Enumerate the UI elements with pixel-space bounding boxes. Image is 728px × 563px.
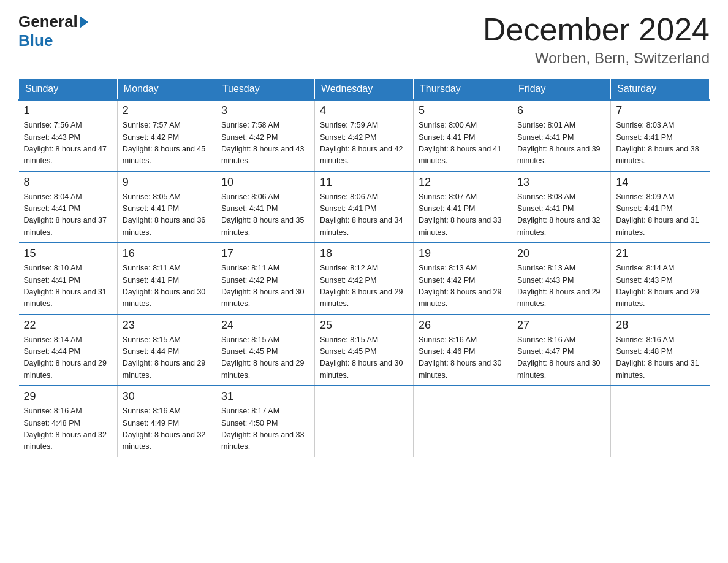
day-info: Sunrise: 8:09 AMSunset: 4:41 PMDaylight:… xyxy=(616,193,699,237)
calendar-cell: 4 Sunrise: 7:59 AMSunset: 4:42 PMDayligh… xyxy=(314,100,413,172)
calendar-week-row: 1 Sunrise: 7:56 AMSunset: 4:43 PMDayligh… xyxy=(19,100,710,172)
day-number: 13 xyxy=(517,176,605,189)
day-number: 18 xyxy=(320,247,408,260)
calendar-week-row: 8 Sunrise: 8:04 AMSunset: 4:41 PMDayligh… xyxy=(19,172,710,243)
location-title: Worben, Bern, Switzerland xyxy=(483,50,710,67)
day-header-friday: Friday xyxy=(512,79,611,101)
calendar-week-row: 22 Sunrise: 8:14 AMSunset: 4:44 PMDaylig… xyxy=(19,315,710,386)
calendar-cell xyxy=(611,386,710,457)
day-info: Sunrise: 8:12 AMSunset: 4:42 PMDaylight:… xyxy=(320,264,403,308)
day-number: 5 xyxy=(419,104,507,117)
day-info: Sunrise: 8:08 AMSunset: 4:41 PMDaylight:… xyxy=(517,193,601,237)
calendar-cell: 14 Sunrise: 8:09 AMSunset: 4:41 PMDaylig… xyxy=(611,172,710,243)
day-header-tuesday: Tuesday xyxy=(216,79,314,101)
day-info: Sunrise: 8:16 AMSunset: 4:47 PMDaylight:… xyxy=(517,335,601,380)
day-number: 11 xyxy=(320,176,408,189)
day-number: 23 xyxy=(123,319,211,332)
page-header: General Blue December 2024 Worben, Bern,… xyxy=(18,12,710,67)
day-header-wednesday: Wednesday xyxy=(314,79,413,101)
calendar-week-row: 15 Sunrise: 8:10 AMSunset: 4:41 PMDaylig… xyxy=(19,243,710,315)
day-number: 27 xyxy=(517,319,605,332)
day-info: Sunrise: 8:16 AMSunset: 4:49 PMDaylight:… xyxy=(123,407,206,451)
day-info: Sunrise: 8:11 AMSunset: 4:42 PMDaylight:… xyxy=(221,264,305,308)
calendar-cell: 28 Sunrise: 8:16 AMSunset: 4:48 PMDaylig… xyxy=(611,315,710,386)
day-info: Sunrise: 8:15 AMSunset: 4:45 PMDaylight:… xyxy=(320,335,403,380)
day-number: 9 xyxy=(123,176,211,189)
day-info: Sunrise: 8:16 AMSunset: 4:46 PMDaylight:… xyxy=(419,335,502,380)
calendar-cell: 19 Sunrise: 8:13 AMSunset: 4:42 PMDaylig… xyxy=(414,243,512,315)
day-number: 3 xyxy=(221,104,309,117)
day-info: Sunrise: 8:14 AMSunset: 4:43 PMDaylight:… xyxy=(616,264,699,308)
day-number: 14 xyxy=(616,176,704,189)
day-header-sunday: Sunday xyxy=(19,79,118,101)
calendar-cell: 8 Sunrise: 8:04 AMSunset: 4:41 PMDayligh… xyxy=(19,172,118,243)
day-number: 30 xyxy=(123,390,211,403)
day-info: Sunrise: 8:06 AMSunset: 4:41 PMDaylight:… xyxy=(320,193,403,237)
calendar-cell: 31 Sunrise: 8:17 AMSunset: 4:50 PMDaylig… xyxy=(216,386,314,457)
day-info: Sunrise: 7:58 AMSunset: 4:42 PMDaylight:… xyxy=(221,121,305,165)
day-number: 7 xyxy=(616,104,704,117)
day-number: 15 xyxy=(24,247,112,260)
day-info: Sunrise: 8:15 AMSunset: 4:44 PMDaylight:… xyxy=(123,335,206,380)
day-info: Sunrise: 8:16 AMSunset: 4:48 PMDaylight:… xyxy=(616,335,699,380)
day-number: 17 xyxy=(221,247,309,260)
day-info: Sunrise: 8:17 AMSunset: 4:50 PMDaylight:… xyxy=(221,407,305,451)
day-number: 12 xyxy=(419,176,507,189)
day-info: Sunrise: 8:06 AMSunset: 4:41 PMDaylight:… xyxy=(221,193,305,237)
day-number: 2 xyxy=(123,104,211,117)
day-number: 6 xyxy=(517,104,605,117)
day-number: 19 xyxy=(419,247,507,260)
day-info: Sunrise: 7:56 AMSunset: 4:43 PMDaylight:… xyxy=(24,121,107,165)
calendar-cell xyxy=(414,386,512,457)
calendar-cell: 10 Sunrise: 8:06 AMSunset: 4:41 PMDaylig… xyxy=(216,172,314,243)
calendar-header-row: SundayMondayTuesdayWednesdayThursdayFrid… xyxy=(19,79,710,101)
day-info: Sunrise: 7:59 AMSunset: 4:42 PMDaylight:… xyxy=(320,121,403,165)
calendar-cell: 5 Sunrise: 8:00 AMSunset: 4:41 PMDayligh… xyxy=(414,100,512,172)
day-info: Sunrise: 8:07 AMSunset: 4:41 PMDaylight:… xyxy=(419,193,502,237)
day-info: Sunrise: 8:11 AMSunset: 4:41 PMDaylight:… xyxy=(123,264,206,308)
day-number: 29 xyxy=(24,390,112,403)
calendar-cell: 16 Sunrise: 8:11 AMSunset: 4:41 PMDaylig… xyxy=(117,243,216,315)
calendar-cell: 29 Sunrise: 8:16 AMSunset: 4:48 PMDaylig… xyxy=(19,386,118,457)
day-number: 21 xyxy=(616,247,704,260)
day-info: Sunrise: 8:01 AMSunset: 4:41 PMDaylight:… xyxy=(517,121,601,165)
day-info: Sunrise: 8:03 AMSunset: 4:41 PMDaylight:… xyxy=(616,121,699,165)
calendar-cell: 7 Sunrise: 8:03 AMSunset: 4:41 PMDayligh… xyxy=(611,100,710,172)
calendar-cell: 1 Sunrise: 7:56 AMSunset: 4:43 PMDayligh… xyxy=(19,100,118,172)
day-number: 26 xyxy=(419,319,507,332)
day-header-monday: Monday xyxy=(117,79,216,101)
day-info: Sunrise: 8:10 AMSunset: 4:41 PMDaylight:… xyxy=(24,264,107,308)
day-number: 22 xyxy=(24,319,112,332)
day-number: 1 xyxy=(24,104,112,117)
calendar-cell xyxy=(512,386,611,457)
day-info: Sunrise: 8:05 AMSunset: 4:41 PMDaylight:… xyxy=(123,193,206,237)
logo: General Blue xyxy=(18,12,90,50)
calendar-cell: 30 Sunrise: 8:16 AMSunset: 4:49 PMDaylig… xyxy=(117,386,216,457)
calendar-cell: 26 Sunrise: 8:16 AMSunset: 4:46 PMDaylig… xyxy=(414,315,512,386)
day-number: 4 xyxy=(320,104,408,117)
calendar-cell: 21 Sunrise: 8:14 AMSunset: 4:43 PMDaylig… xyxy=(611,243,710,315)
logo-blue-text: Blue xyxy=(18,31,53,50)
day-number: 28 xyxy=(616,319,704,332)
calendar-cell: 18 Sunrise: 8:12 AMSunset: 4:42 PMDaylig… xyxy=(314,243,413,315)
calendar-cell: 27 Sunrise: 8:16 AMSunset: 4:47 PMDaylig… xyxy=(512,315,611,386)
day-header-saturday: Saturday xyxy=(611,79,710,101)
day-number: 24 xyxy=(221,319,309,332)
day-info: Sunrise: 7:57 AMSunset: 4:42 PMDaylight:… xyxy=(123,121,206,165)
day-info: Sunrise: 8:14 AMSunset: 4:44 PMDaylight:… xyxy=(24,335,107,380)
calendar-cell: 15 Sunrise: 8:10 AMSunset: 4:41 PMDaylig… xyxy=(19,243,118,315)
calendar-cell: 25 Sunrise: 8:15 AMSunset: 4:45 PMDaylig… xyxy=(314,315,413,386)
calendar-table: SundayMondayTuesdayWednesdayThursdayFrid… xyxy=(18,78,710,457)
calendar-cell: 2 Sunrise: 7:57 AMSunset: 4:42 PMDayligh… xyxy=(117,100,216,172)
calendar-cell: 6 Sunrise: 8:01 AMSunset: 4:41 PMDayligh… xyxy=(512,100,611,172)
logo-general-text: General xyxy=(18,12,78,31)
calendar-cell: 17 Sunrise: 8:11 AMSunset: 4:42 PMDaylig… xyxy=(216,243,314,315)
day-number: 10 xyxy=(221,176,309,189)
day-info: Sunrise: 8:00 AMSunset: 4:41 PMDaylight:… xyxy=(419,121,502,165)
day-number: 8 xyxy=(24,176,112,189)
calendar-cell: 9 Sunrise: 8:05 AMSunset: 4:41 PMDayligh… xyxy=(117,172,216,243)
calendar-cell: 13 Sunrise: 8:08 AMSunset: 4:41 PMDaylig… xyxy=(512,172,611,243)
day-number: 25 xyxy=(320,319,408,332)
day-info: Sunrise: 8:16 AMSunset: 4:48 PMDaylight:… xyxy=(24,407,107,451)
logo-triangle-icon xyxy=(80,16,88,28)
